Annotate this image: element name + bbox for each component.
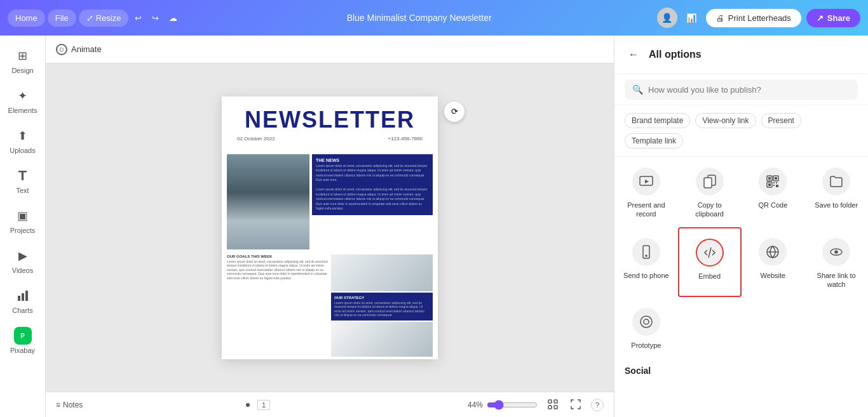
option-label: Present and record [620,201,672,219]
print-letterheads-button[interactable]: 🖨 Print Letterheads [706,9,801,27]
panel-title: All options [649,49,702,60]
sidebar-item-uploads[interactable]: ⬆ Uploads [0,121,45,161]
text-icon: T [14,167,32,185]
option-label: QR Code [758,201,787,209]
option-embed[interactable]: Embed [678,227,742,298]
quick-opt-template-link[interactable]: Template link [625,133,683,149]
uploads-icon: ⬆ [14,127,32,145]
avatar: 👤 [657,8,677,28]
option-website[interactable]: Website [742,227,805,298]
sidebar-item-label: Videos [12,267,33,274]
nl-title: NEWSLETTER [232,107,428,133]
search-input[interactable] [648,85,850,95]
topbar-right: 👤 📊 🖨 Print Letterheads ↗ Share [657,8,860,28]
undo-button[interactable]: ↩ [131,10,146,27]
page-number-box: 1 [257,400,270,410]
sidebar-item-label: Design [11,67,33,74]
zoom-slider[interactable] [487,400,538,410]
sidebar-item-label: Charts [12,307,32,314]
option-label: Embed [698,272,721,281]
panel-header: ← All options [614,36,868,74]
topbar-left: Home File ⤢ Resize ↩ ↪ ☁ [8,10,181,27]
cloud-save-button[interactable]: ☁ [165,10,181,27]
quick-opt-brand-template[interactable]: Brand template [625,113,690,128]
design-icon: ⊞ [14,47,32,65]
refresh-button[interactable]: ⟳ [444,102,465,122]
search-icon: 🔍 [632,84,643,95]
redo-button[interactable]: ↪ [148,10,163,27]
qr-code-icon [759,168,787,195]
nl-date: 02 October 2022 [237,136,275,142]
option-copy-clipboard[interactable]: Copy to clipboard [678,157,742,227]
print-icon: 🖨 [716,13,724,23]
sidebar-item-design[interactable]: ⊞ Design [0,41,45,81]
videos-icon: ▶ [14,247,32,265]
option-present-record[interactable]: Present and record [614,157,678,227]
svg-point-24 [835,251,837,253]
svg-rect-2 [25,291,28,301]
fullscreen-button[interactable] [568,398,583,412]
nl-strategy-text: Lorem ipsum dolor sit amet, consectetur … [334,301,430,317]
sidebar-item-elements[interactable]: ✦ Elements [0,81,45,121]
option-save-folder[interactable]: Save to folder [804,157,868,227]
option-share-watch[interactable]: Share link to watch [804,227,868,298]
nl-main: THE NEWS Lorem ipsum dolor sit amet, con… [222,152,438,252]
nl-team-image [331,322,433,357]
nl-images-right: OUR STRATEGY Lorem ipsum dolor sit amet,… [331,255,433,357]
canvas-document: NEWSLETTER 02 October 2022 +123-456-7890… [222,96,438,359]
quick-options-row: Brand template View-only link Present Te… [614,105,868,157]
panel-back-button[interactable]: ← [625,46,642,63]
sidebar-item-projects[interactable]: ▣ Projects [0,201,45,241]
zoom-value: 44% [468,400,483,409]
file-button[interactable]: File [48,10,76,27]
panel-scroll[interactable]: Brand template View-only link Present Te… [614,105,868,417]
option-prototype[interactable]: Prototype [614,297,678,358]
analytics-button[interactable]: 📊 [682,10,701,27]
sidebar-item-label: Pixabay [10,347,35,354]
pixabay-icon: P [14,327,32,345]
animate-button[interactable]: ○ Animate [56,44,102,55]
svg-rect-19 [776,185,778,187]
fit-button[interactable] [545,398,560,412]
svg-point-25 [641,316,652,328]
svg-rect-4 [554,400,557,403]
canvas-scroll[interactable]: NEWSLETTER 02 October 2022 +123-456-7890… [46,63,614,392]
notes-button[interactable]: ≡ Notes [56,400,83,409]
sidebar-item-charts[interactable]: Charts [0,281,45,321]
panel-search: 🔍 [614,74,868,105]
sidebar-item-text[interactable]: T Text [0,161,45,201]
svg-rect-15 [768,183,771,186]
prototype-icon [632,308,660,336]
social-section-header: Social [614,358,868,378]
nl-goals-text: Lorem ipsum dolor sit amet, consectetur … [227,260,329,281]
option-qr-code[interactable]: QR Code [742,157,805,227]
sidebar-item-videos[interactable]: ▶ Videos [0,241,45,281]
home-button[interactable]: Home [8,10,45,27]
save-folder-icon [822,168,850,195]
share-button[interactable]: ↗ Share [806,9,860,27]
svg-rect-3 [548,400,552,403]
option-label: Prototype [631,341,661,350]
option-send-phone[interactable]: Send to phone [614,227,678,298]
embed-icon [696,239,724,267]
quick-opt-view-only-link[interactable]: View-only link [695,113,756,128]
help-button[interactable]: ? [591,399,604,411]
svg-rect-17 [776,182,777,183]
nl-building-image [227,154,309,249]
nl-phone: +123-456-7890 [388,136,423,142]
share-icon: ↗ [817,13,824,23]
svg-rect-16 [773,182,775,183]
svg-point-21 [646,255,647,256]
sidebar-item-pixabay[interactable]: P Pixabay [0,321,45,361]
resize-button[interactable]: ⤢ Resize [79,10,129,27]
options-grid: Present and record Copy to clipboard [614,157,868,358]
svg-rect-18 [773,185,775,186]
main-layout: ⊞ Design ✦ Elements ⬆ Uploads T Text ▣ P… [0,36,868,417]
search-box: 🔍 [625,79,858,100]
publish-panel: ← All options 🔍 Brand template View-only… [614,36,868,417]
option-label: Send to phone [623,271,669,280]
quick-opt-present[interactable]: Present [761,113,801,128]
elements-icon: ✦ [14,87,32,105]
svg-point-26 [644,319,649,324]
svg-rect-5 [548,406,552,409]
